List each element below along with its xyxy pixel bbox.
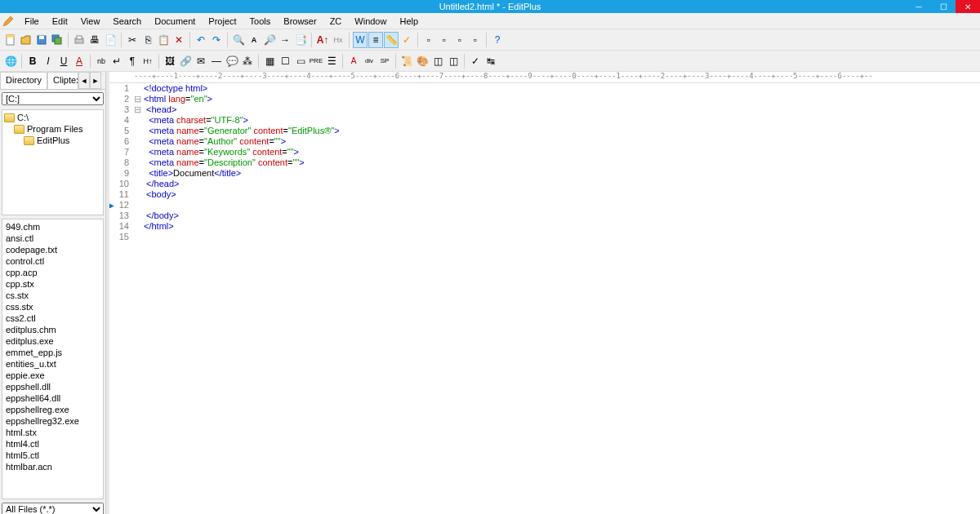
object-icon[interactable]: ◫ <box>430 53 445 69</box>
window1-icon[interactable]: ▫ <box>421 32 436 48</box>
file-item[interactable]: ansi.ctl <box>4 233 101 244</box>
ruler-icon[interactable]: 📏 <box>384 32 399 48</box>
file-list[interactable]: 949.chmansi.ctlcodepage.txtcontrol.ctlcp… <box>2 219 104 499</box>
input-icon[interactable]: ▭ <box>293 53 308 69</box>
browser-icon[interactable]: 🌐 <box>3 53 18 69</box>
file-item[interactable]: css.stx <box>4 301 101 312</box>
file-item[interactable]: eppshellreg.exe <box>4 404 101 415</box>
window2-icon[interactable]: ▫ <box>437 32 452 48</box>
font-smaller-icon[interactable]: Hx <box>331 32 345 48</box>
file-item[interactable]: codepage.txt <box>4 244 101 255</box>
window3-icon[interactable]: ▫ <box>452 32 467 48</box>
email-icon[interactable]: ✉ <box>194 53 208 69</box>
goto-icon[interactable]: → <box>278 32 292 48</box>
help-icon[interactable]: ? <box>490 32 505 48</box>
underline-icon[interactable]: U <box>56 53 71 69</box>
form-icon[interactable]: ☐ <box>278 53 292 69</box>
hr-icon[interactable]: — <box>209 53 224 69</box>
file-filter-select[interactable]: All Files (*.*) <box>2 503 104 514</box>
file-item[interactable]: cs.stx <box>4 290 101 301</box>
tab-directory[interactable]: Directory <box>0 72 47 89</box>
open-file-icon[interactable] <box>19 32 33 48</box>
undo-icon[interactable]: ↶ <box>194 32 208 48</box>
file-item[interactable]: html5.ctl <box>4 450 101 461</box>
table-icon[interactable]: ▦ <box>262 53 277 69</box>
file-item[interactable]: cpp.stx <box>4 278 101 290</box>
save-all-icon[interactable] <box>50 32 65 48</box>
script-icon[interactable]: 📜 <box>399 53 414 69</box>
nbsp-icon[interactable]: nb <box>94 53 109 69</box>
menu-project[interactable]: Project <box>202 15 243 28</box>
file-item[interactable]: editplus.exe <box>4 335 101 347</box>
file-item[interactable]: control.ctl <box>4 255 101 267</box>
pre-icon[interactable]: PRE <box>309 53 323 69</box>
print-preview-icon[interactable]: 🖶 <box>87 32 102 48</box>
file-item[interactable]: cpp.acp <box>4 267 101 278</box>
validate-icon[interactable]: ✓ <box>468 53 483 69</box>
menu-tools[interactable]: Tools <box>243 15 278 28</box>
font-larger-icon[interactable]: A↑ <box>315 32 330 48</box>
file-item[interactable]: eppshellreg32.exe <box>4 415 101 427</box>
copy-icon[interactable]: ⎘ <box>140 32 155 48</box>
comment-icon[interactable]: 💬 <box>225 53 239 69</box>
file-item[interactable]: eppshell64.dll <box>4 392 101 404</box>
file-item[interactable]: eppshell.dll <box>4 381 101 392</box>
tab-cliptext[interactable]: Cliptext <box>47 72 78 89</box>
menu-file[interactable]: File <box>18 15 46 28</box>
delete-icon[interactable]: ✕ <box>172 32 186 48</box>
code-text[interactable]: <!doctype html><html lang="en"> <head> <… <box>142 83 980 514</box>
link-icon[interactable]: 🔗 <box>178 53 193 69</box>
file-item[interactable]: htmlbar.acn <box>4 461 101 472</box>
anchor-icon[interactable]: ↵ <box>109 53 124 69</box>
tidy-icon[interactable]: ↹ <box>483 53 498 69</box>
close-button[interactable]: ✕ <box>956 0 980 13</box>
menu-search[interactable]: Search <box>106 15 148 28</box>
maximize-button[interactable]: ☐ <box>931 0 956 13</box>
code-area[interactable]: 123456789101112131415 ⊟⊟ <!doctype html>… <box>109 83 980 514</box>
menu-edit[interactable]: Edit <box>46 15 74 28</box>
div-icon[interactable]: div <box>362 53 376 69</box>
line-numbers-icon[interactable]: ≡ <box>368 32 383 48</box>
bookmark-icon[interactable]: 📑 <box>293 32 308 48</box>
menu-zc[interactable]: ZC <box>323 15 349 28</box>
menu-document[interactable]: Document <box>148 15 202 28</box>
spell-icon[interactable]: ✓ <box>399 32 414 48</box>
folder-tree[interactable]: C:\Program FilesEditPlus <box>2 109 104 215</box>
file-item[interactable]: entities_u.txt <box>4 358 101 370</box>
tab-scroll-left-icon[interactable]: ◄ <box>78 72 90 89</box>
print-icon[interactable] <box>72 32 87 48</box>
tab-scroll-right-icon[interactable]: ► <box>90 72 101 89</box>
file-item[interactable]: 949.chm <box>4 221 101 233</box>
folder-node[interactable]: EditPlus <box>4 135 101 146</box>
file-item[interactable]: html4.ctl <box>4 438 101 450</box>
new-file-icon[interactable] <box>3 32 18 48</box>
menu-window[interactable]: Window <box>348 15 393 28</box>
fold-column[interactable]: ⊟⊟ <box>132 83 142 514</box>
file-item[interactable]: css2.ctl <box>4 312 101 324</box>
folder-node[interactable]: C:\ <box>4 112 101 123</box>
span-icon[interactable]: SP <box>377 53 392 69</box>
window4-icon[interactable]: ▫ <box>468 32 483 48</box>
minimize-button[interactable]: ─ <box>906 0 931 13</box>
paste-icon[interactable]: 📋 <box>156 32 171 48</box>
style-icon[interactable]: 🎨 <box>415 53 430 69</box>
replace-icon[interactable]: A <box>247 32 261 48</box>
font-tag-icon[interactable]: A <box>346 53 361 69</box>
word-wrap-icon[interactable]: W <box>353 32 368 48</box>
find-icon[interactable]: 🔍 <box>231 32 246 48</box>
menu-view[interactable]: View <box>74 15 107 28</box>
char-icon[interactable]: ⁂ <box>240 53 255 69</box>
applet-icon[interactable]: ◫ <box>446 53 461 69</box>
find-files-icon[interactable]: 🔎 <box>262 32 277 48</box>
document-icon[interactable]: 📄 <box>103 32 118 48</box>
file-item[interactable]: html.stx <box>4 427 101 438</box>
italic-icon[interactable]: I <box>41 53 56 69</box>
menu-browser[interactable]: Browser <box>277 15 323 28</box>
font-color-icon[interactable]: A <box>72 53 87 69</box>
file-item[interactable]: eppie.exe <box>4 370 101 381</box>
file-item[interactable]: editplus.chm <box>4 324 101 335</box>
cut-icon[interactable]: ✂ <box>125 32 140 48</box>
redo-icon[interactable]: ↷ <box>209 32 224 48</box>
drive-select[interactable]: [C:] <box>2 92 104 105</box>
bold-icon[interactable]: B <box>25 53 40 69</box>
